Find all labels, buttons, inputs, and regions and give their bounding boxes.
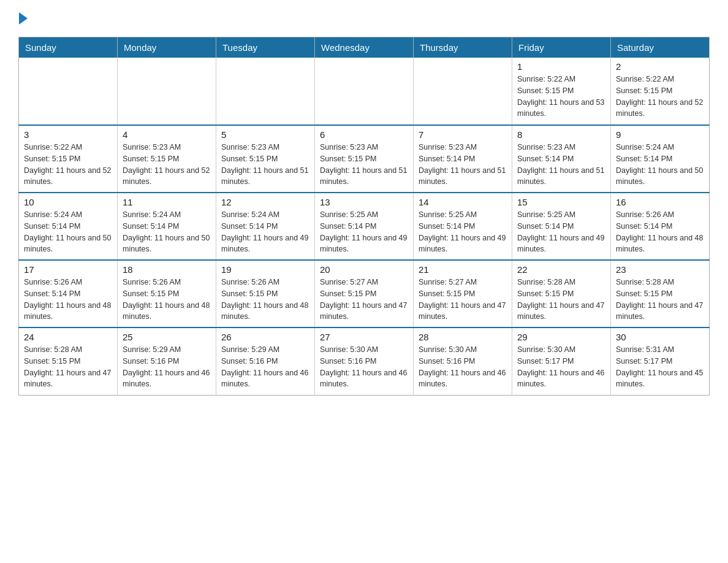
weekday-header-wednesday: Wednesday xyxy=(315,37,414,58)
calendar-cell: 2Sunrise: 5:22 AMSunset: 5:15 PMDaylight… xyxy=(611,58,710,125)
day-number: 29 xyxy=(517,332,605,342)
day-number: 10 xyxy=(24,197,112,207)
day-info: Sunrise: 5:30 AMSunset: 5:16 PMDaylight:… xyxy=(320,344,408,390)
day-number: 11 xyxy=(123,197,211,207)
calendar-week-row: 17Sunrise: 5:26 AMSunset: 5:14 PMDayligh… xyxy=(19,260,710,327)
calendar-cell: 21Sunrise: 5:27 AMSunset: 5:15 PMDayligh… xyxy=(414,260,512,327)
day-number: 2 xyxy=(616,61,704,72)
calendar-cell: 17Sunrise: 5:26 AMSunset: 5:14 PMDayligh… xyxy=(19,260,118,327)
calendar-header-row: SundayMondayTuesdayWednesdayThursdayFrid… xyxy=(19,37,710,58)
calendar-cell: 18Sunrise: 5:26 AMSunset: 5:15 PMDayligh… xyxy=(118,260,216,327)
day-number: 28 xyxy=(419,332,507,342)
day-info: Sunrise: 5:30 AMSunset: 5:16 PMDaylight:… xyxy=(419,344,507,390)
day-info: Sunrise: 5:24 AMSunset: 5:14 PMDaylight:… xyxy=(616,142,704,188)
weekday-header-monday: Monday xyxy=(118,37,216,58)
calendar-week-row: 24Sunrise: 5:28 AMSunset: 5:15 PMDayligh… xyxy=(19,327,710,395)
calendar-cell: 11Sunrise: 5:24 AMSunset: 5:14 PMDayligh… xyxy=(118,193,216,260)
calendar-cell: 15Sunrise: 5:25 AMSunset: 5:14 PMDayligh… xyxy=(512,193,611,260)
day-number: 16 xyxy=(616,197,704,207)
calendar-cell: 22Sunrise: 5:28 AMSunset: 5:15 PMDayligh… xyxy=(512,260,611,327)
weekday-header-sunday: Sunday xyxy=(19,37,118,58)
day-info: Sunrise: 5:29 AMSunset: 5:16 PMDaylight:… xyxy=(221,344,309,390)
calendar-cell: 30Sunrise: 5:31 AMSunset: 5:17 PMDayligh… xyxy=(611,327,710,395)
day-info: Sunrise: 5:28 AMSunset: 5:15 PMDaylight:… xyxy=(24,344,112,390)
day-info: Sunrise: 5:29 AMSunset: 5:16 PMDaylight:… xyxy=(123,344,211,390)
day-info: Sunrise: 5:25 AMSunset: 5:14 PMDaylight:… xyxy=(320,209,408,255)
day-number: 5 xyxy=(221,129,309,140)
day-number: 18 xyxy=(123,264,211,275)
day-info: Sunrise: 5:30 AMSunset: 5:17 PMDaylight:… xyxy=(517,344,605,390)
calendar-cell xyxy=(19,58,118,125)
day-info: Sunrise: 5:27 AMSunset: 5:15 PMDaylight:… xyxy=(320,277,408,323)
calendar-cell: 19Sunrise: 5:26 AMSunset: 5:15 PMDayligh… xyxy=(216,260,315,327)
day-number: 7 xyxy=(419,129,507,140)
day-number: 6 xyxy=(320,129,408,140)
day-info: Sunrise: 5:23 AMSunset: 5:15 PMDaylight:… xyxy=(123,142,211,188)
day-number: 22 xyxy=(517,264,605,275)
day-number: 3 xyxy=(24,129,112,140)
day-number: 24 xyxy=(24,332,112,342)
calendar-cell xyxy=(414,58,512,125)
calendar-week-row: 10Sunrise: 5:24 AMSunset: 5:14 PMDayligh… xyxy=(19,193,710,260)
day-info: Sunrise: 5:25 AMSunset: 5:14 PMDaylight:… xyxy=(517,209,605,255)
day-info: Sunrise: 5:24 AMSunset: 5:14 PMDaylight:… xyxy=(221,209,309,255)
calendar-table: SundayMondayTuesdayWednesdayThursdayFrid… xyxy=(18,37,710,396)
day-info: Sunrise: 5:24 AMSunset: 5:14 PMDaylight:… xyxy=(24,209,112,255)
day-number: 27 xyxy=(320,332,408,342)
day-number: 25 xyxy=(123,332,211,342)
calendar-cell xyxy=(118,58,216,125)
day-number: 12 xyxy=(221,197,309,207)
day-number: 30 xyxy=(616,332,704,342)
day-number: 4 xyxy=(123,129,211,140)
day-info: Sunrise: 5:26 AMSunset: 5:14 PMDaylight:… xyxy=(616,209,704,255)
calendar-cell: 26Sunrise: 5:29 AMSunset: 5:16 PMDayligh… xyxy=(216,327,315,395)
day-info: Sunrise: 5:22 AMSunset: 5:15 PMDaylight:… xyxy=(24,142,112,188)
day-info: Sunrise: 5:22 AMSunset: 5:15 PMDaylight:… xyxy=(517,74,605,120)
day-number: 26 xyxy=(221,332,309,342)
calendar-cell: 25Sunrise: 5:29 AMSunset: 5:16 PMDayligh… xyxy=(118,327,216,395)
calendar-cell: 12Sunrise: 5:24 AMSunset: 5:14 PMDayligh… xyxy=(216,193,315,260)
calendar-cell: 23Sunrise: 5:28 AMSunset: 5:15 PMDayligh… xyxy=(611,260,710,327)
day-info: Sunrise: 5:28 AMSunset: 5:15 PMDaylight:… xyxy=(616,277,704,323)
calendar-cell: 16Sunrise: 5:26 AMSunset: 5:14 PMDayligh… xyxy=(611,193,710,260)
calendar-cell: 4Sunrise: 5:23 AMSunset: 5:15 PMDaylight… xyxy=(118,125,216,193)
weekday-header-friday: Friday xyxy=(512,37,611,58)
day-info: Sunrise: 5:26 AMSunset: 5:15 PMDaylight:… xyxy=(123,277,211,323)
day-info: Sunrise: 5:22 AMSunset: 5:15 PMDaylight:… xyxy=(616,74,704,120)
calendar-cell: 20Sunrise: 5:27 AMSunset: 5:15 PMDayligh… xyxy=(315,260,414,327)
calendar-cell: 10Sunrise: 5:24 AMSunset: 5:14 PMDayligh… xyxy=(19,193,118,260)
calendar-cell: 7Sunrise: 5:23 AMSunset: 5:14 PMDaylight… xyxy=(414,125,512,193)
day-number: 8 xyxy=(517,129,605,140)
day-info: Sunrise: 5:31 AMSunset: 5:17 PMDaylight:… xyxy=(616,344,704,390)
calendar-cell: 9Sunrise: 5:24 AMSunset: 5:14 PMDaylight… xyxy=(611,125,710,193)
calendar-cell: 13Sunrise: 5:25 AMSunset: 5:14 PMDayligh… xyxy=(315,193,414,260)
page-header xyxy=(18,12,710,25)
day-info: Sunrise: 5:23 AMSunset: 5:14 PMDaylight:… xyxy=(517,142,605,188)
day-number: 19 xyxy=(221,264,309,275)
day-number: 13 xyxy=(320,197,408,207)
day-number: 23 xyxy=(616,264,704,275)
weekday-header-saturday: Saturday xyxy=(611,37,710,58)
day-number: 1 xyxy=(517,61,605,72)
calendar-week-row: 1Sunrise: 5:22 AMSunset: 5:15 PMDaylight… xyxy=(19,58,710,125)
day-number: 14 xyxy=(419,197,507,207)
day-info: Sunrise: 5:23 AMSunset: 5:15 PMDaylight:… xyxy=(221,142,309,188)
day-info: Sunrise: 5:23 AMSunset: 5:14 PMDaylight:… xyxy=(419,142,507,188)
day-number: 17 xyxy=(24,264,112,275)
day-number: 20 xyxy=(320,264,408,275)
calendar-cell: 3Sunrise: 5:22 AMSunset: 5:15 PMDaylight… xyxy=(19,125,118,193)
day-number: 21 xyxy=(419,264,507,275)
logo xyxy=(18,12,28,25)
day-info: Sunrise: 5:27 AMSunset: 5:15 PMDaylight:… xyxy=(419,277,507,323)
calendar-cell: 14Sunrise: 5:25 AMSunset: 5:14 PMDayligh… xyxy=(414,193,512,260)
weekday-header-thursday: Thursday xyxy=(414,37,512,58)
calendar-cell xyxy=(315,58,414,125)
weekday-header-tuesday: Tuesday xyxy=(216,37,315,58)
calendar-cell: 27Sunrise: 5:30 AMSunset: 5:16 PMDayligh… xyxy=(315,327,414,395)
day-number: 15 xyxy=(517,197,605,207)
day-number: 9 xyxy=(616,129,704,140)
day-info: Sunrise: 5:25 AMSunset: 5:14 PMDaylight:… xyxy=(419,209,507,255)
calendar-cell xyxy=(216,58,315,125)
day-info: Sunrise: 5:24 AMSunset: 5:14 PMDaylight:… xyxy=(123,209,211,255)
calendar-week-row: 3Sunrise: 5:22 AMSunset: 5:15 PMDaylight… xyxy=(19,125,710,193)
